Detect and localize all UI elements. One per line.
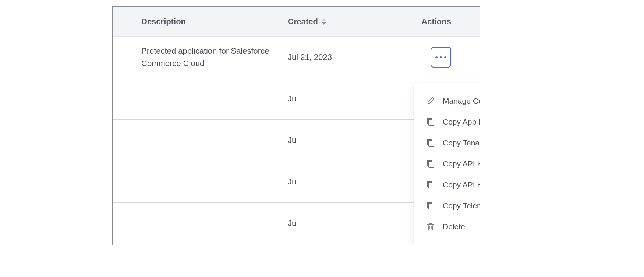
column-header-created-label: Created [288, 17, 318, 26]
sort-icon[interactable] [322, 19, 326, 25]
cell-created: Ju [288, 136, 417, 145]
cell-created: Ju [288, 219, 417, 228]
column-header-actions: Actions [417, 17, 451, 26]
table-header-row: Description Created Actions [113, 7, 480, 37]
cell-created: Jul 21, 2023 [288, 53, 417, 62]
cell-actions [417, 47, 451, 68]
copy-icon [426, 138, 435, 148]
menu-item-copy-telemetry-header-prefix[interactable]: Copy Telemetry Header Prefix [414, 195, 480, 216]
menu-item-copy-tenant-id[interactable]: Copy Tenant ID [414, 132, 480, 153]
menu-item-copy-api-hostname[interactable]: Copy API Hostname [414, 174, 480, 195]
copy-icon [426, 159, 435, 169]
menu-item-label: Manage Configuration [443, 97, 480, 105]
table-row: Protected application for Salesforce Com… [113, 37, 480, 78]
trash-icon [426, 222, 435, 231]
dots-icon [435, 56, 438, 58]
applications-table-panel: Description Created Actions Protected ap… [112, 6, 480, 245]
copy-icon [426, 201, 435, 211]
menu-item-label: Copy API Key [443, 159, 480, 168]
menu-item-label: Delete [443, 222, 465, 231]
column-header-description[interactable]: Description [141, 17, 288, 26]
copy-icon [426, 117, 435, 127]
row-actions-button[interactable] [431, 47, 451, 68]
row-actions-menu: Manage Configuration Copy App ID Copy Te… [414, 83, 480, 245]
sort-ascending-icon [322, 19, 326, 21]
cell-description: Protected application for Salesforce Com… [141, 45, 288, 70]
pencil-icon [426, 96, 435, 106]
menu-item-copy-api-key[interactable]: Copy API Key [414, 153, 480, 174]
menu-item-label: Copy Tenant ID [443, 138, 480, 147]
column-header-created[interactable]: Created [288, 17, 417, 26]
menu-item-label: Copy App ID [443, 118, 480, 126]
menu-item-delete[interactable]: Delete [414, 216, 480, 237]
menu-item-label: Copy Telemetry Header Prefix [443, 201, 480, 210]
cell-created: Ju [288, 94, 417, 104]
copy-icon [426, 180, 435, 190]
menu-item-manage-configuration[interactable]: Manage Configuration [414, 90, 480, 111]
sort-descending-icon [322, 22, 326, 25]
menu-item-label: Copy API Hostname [443, 180, 480, 189]
cell-created: Ju [288, 177, 417, 187]
menu-item-copy-app-id[interactable]: Copy App ID [414, 111, 480, 132]
